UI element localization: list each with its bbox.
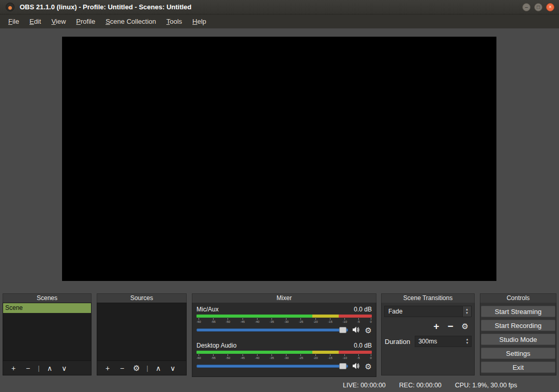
menu-scene-collection[interactable]: Scene Collection: [100, 15, 161, 28]
add-source-button[interactable]: +: [100, 364, 115, 372]
sources-toolbar: + − ⚙ | ∧ ∨: [97, 361, 187, 375]
meter-tick: 0: [370, 318, 371, 323]
remove-scene-button[interactable]: −: [21, 364, 35, 372]
volume-meter: [197, 351, 372, 354]
meter-tick: -40: [255, 354, 260, 359]
meter-tick: 0: [370, 354, 371, 359]
add-transition-button[interactable]: +: [433, 322, 439, 331]
menu-view[interactable]: View: [46, 15, 71, 28]
transition-select[interactable]: Fade ▲ ▼: [384, 306, 472, 317]
toolbar-separator: |: [35, 364, 42, 372]
start-recording-button[interactable]: Start Recording: [481, 320, 555, 331]
spinner-arrows[interactable]: ▲ ▼: [463, 336, 471, 347]
channel-db-value: 0.0 dB: [354, 306, 372, 313]
scenes-list[interactable]: Scene: [3, 303, 92, 361]
meter-tick: -60: [197, 318, 201, 323]
mixer-channel-desktop-audio: Desktop Audio 0.0 dB -60-55-50-45-40-35-…: [197, 342, 372, 371]
meter-tick: -5: [357, 354, 360, 359]
rec-time: REC: 00:00:00: [399, 382, 442, 389]
menu-tools[interactable]: Tools: [161, 15, 187, 28]
add-scene-button[interactable]: +: [6, 364, 21, 372]
studio-mode-button[interactable]: Studio Mode: [481, 334, 555, 345]
minimize-icon: –: [525, 5, 528, 10]
transitions-body: Fade ▲ ▼ + − ⚙ Duration 300ms ▲ ▼: [381, 303, 475, 375]
meter-scale: -60-55-50-45-40-35-30-25-20-15-10-50: [197, 354, 372, 359]
meter-tick: -35: [269, 318, 274, 323]
start-streaming-button[interactable]: Start Streaming: [481, 306, 555, 317]
menu-help[interactable]: Help: [187, 15, 211, 28]
sources-dock-header: Sources: [97, 293, 187, 303]
chevron-up-icon: ▲: [465, 308, 469, 311]
mixer-channel-mic-aux: Mic/Aux 0.0 dB -60-55-50-45-40-35-30-25-…: [197, 306, 372, 335]
maximize-icon: □: [537, 5, 540, 10]
meter-tick: -50: [225, 318, 230, 323]
mixer-dock: Mixer Mic/Aux 0.0 dB -60-55-50-45-40-35-…: [192, 293, 376, 377]
scenes-toolbar: + − | ∧ ∨: [3, 361, 92, 375]
scene-list-item[interactable]: Scene: [3, 303, 91, 313]
volume-slider-handle[interactable]: [339, 363, 346, 369]
move-source-up-button[interactable]: ∧: [151, 364, 165, 372]
volume-slider[interactable]: [197, 328, 348, 332]
move-source-down-button[interactable]: ∨: [165, 364, 180, 372]
meter-tick: -40: [255, 318, 260, 323]
mixer-body: Mic/Aux 0.0 dB -60-55-50-45-40-35-30-25-…: [192, 303, 376, 377]
menu-profile[interactable]: Profile: [71, 15, 100, 28]
titlebar: OBS 21.1.0 (linux) - Profile: Untitled -…: [0, 0, 559, 14]
meter-tick: -5: [357, 318, 360, 323]
scenes-dock: Scenes Scene + − | ∧ ∨: [3, 293, 92, 375]
sources-list[interactable]: [97, 303, 187, 361]
volume-slider-handle[interactable]: [339, 327, 346, 333]
app-icon: [6, 3, 14, 11]
settings-button[interactable]: Settings: [481, 348, 555, 359]
volume-meter: [197, 315, 372, 318]
meter-tick: -25: [299, 318, 304, 323]
channel-settings-gear-icon[interactable]: ⚙: [365, 326, 372, 334]
meter-tick: -30: [284, 318, 289, 323]
channel-settings-gear-icon[interactable]: ⚙: [365, 363, 372, 370]
duration-label: Duration: [384, 338, 410, 346]
minimize-button[interactable]: –: [522, 3, 531, 11]
status-bar: LIVE: 00:00:00 REC: 00:00:00 CPU: 1.9%, …: [0, 378, 559, 392]
live-time: LIVE: 00:00:00: [343, 382, 386, 389]
menu-edit[interactable]: Edit: [24, 15, 46, 28]
chevron-up-icon: ▲: [466, 338, 469, 341]
channel-name: Desktop Audio: [197, 342, 236, 349]
meter-tick: -20: [313, 354, 318, 359]
remove-source-button[interactable]: −: [115, 364, 129, 372]
exit-button[interactable]: Exit: [481, 362, 555, 373]
meter-tick: -25: [299, 354, 304, 359]
menu-file[interactable]: File: [3, 15, 24, 28]
maximize-button[interactable]: □: [534, 3, 542, 11]
sources-dock: Sources + − ⚙ | ∧ ∨: [97, 293, 187, 375]
speaker-icon[interactable]: [353, 326, 360, 334]
meter-tick: -55: [211, 354, 216, 359]
window-title: OBS 21.1.0 (linux) - Profile: Untitled -…: [20, 3, 191, 11]
scenes-dock-header: Scenes: [3, 293, 92, 303]
volume-slider[interactable]: [197, 365, 348, 368]
speaker-icon[interactable]: [353, 363, 360, 370]
meter-tick: -15: [328, 354, 333, 359]
meter-tick: -30: [284, 354, 289, 359]
move-scene-up-button[interactable]: ∧: [42, 364, 57, 372]
source-properties-gear-icon[interactable]: ⚙: [129, 364, 144, 373]
duration-spinner[interactable]: 300ms ▲ ▼: [415, 336, 472, 347]
scene-transitions-dock: Scene Transitions Fade ▲ ▼ + − ⚙ Duratio…: [381, 293, 475, 375]
meter-tick: -10: [342, 318, 347, 323]
meter-scale: -60-55-50-45-40-35-30-25-20-15-10-50: [197, 318, 372, 323]
remove-transition-button[interactable]: −: [447, 322, 453, 331]
channel-name: Mic/Aux: [197, 306, 219, 313]
meter-tick: -10: [342, 354, 347, 359]
combo-arrows[interactable]: ▲ ▼: [462, 306, 471, 317]
move-scene-down-button[interactable]: ∨: [57, 364, 71, 372]
transition-properties-gear-icon[interactable]: ⚙: [462, 322, 469, 331]
meter-tick: -15: [328, 318, 333, 323]
controls-body: Start Streaming Start Recording Studio M…: [480, 303, 556, 375]
meter-tick: -20: [313, 318, 318, 323]
transition-selected-value: Fade: [385, 306, 462, 317]
controls-dock: Controls Start Streaming Start Recording…: [480, 293, 556, 375]
menu-bar: File Edit View Profile Scene Collection …: [0, 14, 559, 28]
chevron-down-icon: ▼: [465, 311, 469, 315]
close-button[interactable]: ×: [546, 3, 554, 11]
preview-canvas[interactable]: [62, 37, 496, 281]
toolbar-separator: |: [144, 364, 151, 372]
